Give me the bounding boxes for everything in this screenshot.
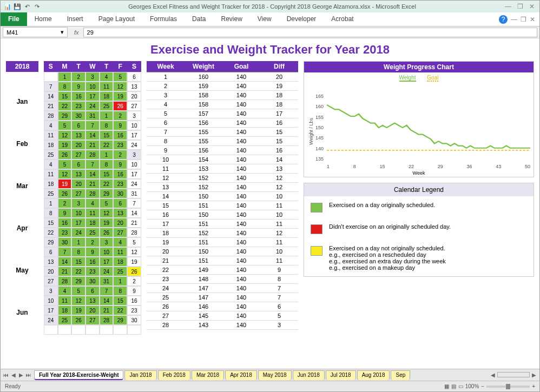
cal-cell[interactable]: 19: [58, 140, 72, 150]
cal-cell[interactable]: 16: [58, 218, 72, 228]
cal-cell[interactable]: 10: [44, 296, 58, 305]
week-row[interactable]: 1715114011: [147, 220, 298, 229]
cal-cell[interactable]: 27: [127, 101, 141, 111]
cal-cell[interactable]: 2: [85, 237, 100, 247]
cal-cell[interactable]: 14: [100, 296, 114, 305]
formula-input[interactable]: 29: [83, 28, 537, 37]
cal-cell[interactable]: 21: [58, 267, 72, 276]
cal-cell[interactable]: 4: [85, 198, 100, 208]
sheet-tab[interactable]: Jun 2018: [293, 370, 325, 380]
week-row[interactable]: 815514015: [147, 137, 298, 146]
cal-cell[interactable]: 1: [113, 276, 127, 286]
cal-cell[interactable]: 3: [127, 111, 141, 121]
hscroll-left-icon[interactable]: ◀: [491, 372, 495, 378]
cal-cell[interactable]: 17: [127, 169, 141, 179]
sheet-tab[interactable]: Full Year 2018-Exercise-Weight: [34, 370, 123, 380]
cal-cell[interactable]: 23: [113, 179, 127, 189]
cal-cell[interactable]: 28: [58, 276, 72, 286]
tab-next-icon[interactable]: ▶: [18, 372, 24, 378]
ribbon-tab[interactable]: Acrobat: [324, 12, 361, 26]
cal-cell[interactable]: 25: [58, 315, 72, 325]
cal-cell[interactable]: 15: [113, 296, 127, 305]
cal-cell[interactable]: 25: [44, 189, 58, 198]
cal-cell[interactable]: [71, 325, 85, 335]
view-break-icon[interactable]: ▭: [458, 383, 463, 389]
cal-cell[interactable]: 21: [127, 218, 141, 228]
cal-cell[interactable]: 11: [100, 82, 114, 91]
cal-cell[interactable]: 14: [44, 91, 58, 101]
cal-cell[interactable]: [44, 72, 58, 82]
cal-cell[interactable]: 23: [58, 228, 72, 237]
minimize-icon[interactable]: —: [504, 2, 512, 11]
week-row[interactable]: 2115114011: [147, 256, 298, 265]
redo-icon[interactable]: ↷: [33, 3, 41, 10]
cal-cell[interactable]: 27: [44, 276, 58, 286]
cal-cell[interactable]: 27: [113, 228, 127, 237]
cal-cell[interactable]: 29: [58, 111, 72, 121]
cal-cell[interactable]: 19: [113, 91, 127, 101]
cal-cell[interactable]: 5: [113, 72, 127, 82]
cal-cell[interactable]: 1: [44, 198, 58, 208]
cal-cell[interactable]: 19: [100, 218, 114, 228]
cal-cell[interactable]: 13: [71, 169, 85, 179]
cal-cell[interactable]: 24: [127, 140, 141, 150]
cal-cell[interactable]: 24: [85, 101, 100, 111]
week-row[interactable]: 271451405: [147, 311, 298, 321]
week-row[interactable]: 615614016: [147, 118, 298, 128]
cal-cell[interactable]: 10: [127, 160, 141, 169]
cal-cell[interactable]: 25: [100, 101, 114, 111]
cal-cell[interactable]: 16: [113, 130, 127, 140]
cal-cell[interactable]: 1: [58, 72, 72, 82]
cal-cell[interactable]: 26: [58, 189, 72, 198]
cal-cell[interactable]: 5: [71, 286, 85, 296]
zoom-out-icon[interactable]: −: [481, 383, 484, 389]
week-row[interactable]: 515714017: [147, 109, 298, 118]
week-row[interactable]: 215914019: [147, 82, 298, 91]
cal-cell[interactable]: 11: [58, 296, 72, 305]
cal-cell[interactable]: 28: [44, 111, 58, 121]
cal-cell[interactable]: 18: [113, 257, 127, 267]
sheet-tab[interactable]: May 2018: [258, 370, 292, 380]
cal-cell[interactable]: 3: [44, 286, 58, 296]
cal-cell[interactable]: 28: [127, 228, 141, 237]
cal-cell[interactable]: 7: [85, 160, 100, 169]
cal-cell[interactable]: 12: [58, 169, 72, 179]
cal-cell[interactable]: 18: [100, 91, 114, 101]
week-row[interactable]: 116014020: [147, 72, 298, 82]
week-row[interactable]: 221491409: [147, 265, 298, 275]
cal-cell[interactable]: 2: [113, 150, 127, 160]
cal-cell[interactable]: 8: [58, 82, 72, 91]
cal-cell[interactable]: 9: [71, 82, 85, 91]
cal-cell[interactable]: 23: [113, 140, 127, 150]
cal-cell[interactable]: 12: [113, 82, 127, 91]
hscroll-right-icon[interactable]: ▶: [532, 372, 536, 378]
cal-cell[interactable]: 13: [85, 296, 100, 305]
cal-cell[interactable]: 18: [44, 179, 58, 189]
zoom-slider[interactable]: [486, 386, 530, 388]
cal-cell[interactable]: 4: [44, 160, 58, 169]
ribbon-restore-icon[interactable]: ❐: [521, 16, 526, 23]
cal-cell[interactable]: 5: [58, 160, 72, 169]
cal-cell[interactable]: 20: [71, 179, 85, 189]
cal-cell[interactable]: 22: [71, 267, 85, 276]
cal-cell[interactable]: 3: [127, 150, 141, 160]
cal-cell[interactable]: 17: [44, 305, 58, 315]
cal-cell[interactable]: 8: [44, 208, 58, 218]
file-tab[interactable]: File: [1, 12, 27, 26]
zoom-in-icon[interactable]: +: [532, 383, 535, 389]
fx-icon[interactable]: fx: [70, 29, 83, 36]
cal-cell[interactable]: 25: [85, 228, 100, 237]
name-box[interactable]: M41▾: [3, 27, 68, 37]
cal-cell[interactable]: 8: [113, 286, 127, 296]
cal-cell[interactable]: 6: [71, 160, 85, 169]
ribbon-tab[interactable]: Home: [27, 12, 60, 26]
cal-cell[interactable]: 24: [100, 267, 114, 276]
week-row[interactable]: 1215214012: [147, 174, 298, 183]
ribbon-tab[interactable]: Review: [213, 12, 249, 26]
tab-last-icon[interactable]: ⏭: [25, 372, 32, 378]
cal-cell[interactable]: 30: [127, 315, 141, 325]
week-row[interactable]: 231481408: [147, 275, 298, 284]
cal-cell[interactable]: 5: [58, 121, 72, 130]
cal-cell[interactable]: 10: [127, 121, 141, 130]
cal-cell[interactable]: 28: [85, 189, 100, 198]
